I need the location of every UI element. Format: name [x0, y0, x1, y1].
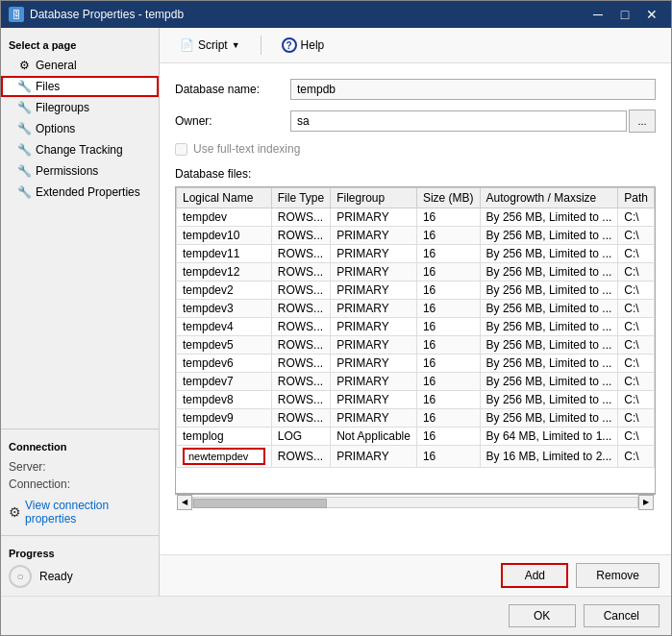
permissions-icon: 🔧: [16, 163, 32, 179]
titlebar-buttons: ─ □ ✕: [586, 6, 663, 23]
scroll-left-button[interactable]: ◀: [177, 495, 192, 510]
close-button[interactable]: ✕: [640, 6, 663, 23]
sidebar-item-change-tracking[interactable]: 🔧 Change Tracking: [1, 139, 159, 160]
full-text-checkbox[interactable]: [175, 143, 187, 156]
table-row[interactable]: tempdev7 ROWS... PRIMARY 16 By 256 MB, L…: [177, 373, 655, 391]
col-logical-name: Logical Name: [177, 188, 272, 208]
horizontal-scrollbar[interactable]: [192, 497, 638, 508]
server-label: Server:: [9, 458, 151, 476]
table-row[interactable]: ROWS... PRIMARY 16 By 16 MB, Limited to …: [177, 446, 655, 468]
owner-input[interactable]: [290, 110, 627, 132]
sidebar-item-filegroups[interactable]: 🔧 Filegroups: [1, 97, 159, 118]
cell-file-type: ROWS...: [271, 263, 330, 281]
cell-logical-name: tempdev12: [177, 263, 272, 281]
table-row[interactable]: tempdev3 ROWS... PRIMARY 16 By 256 MB, L…: [177, 300, 655, 318]
col-filegroup: Filegroup: [331, 188, 417, 208]
main-panel: 📄 Script ▼ ? Help Database name: Owner:: [160, 28, 671, 596]
col-autogrowth: Autogrowth / Maxsize: [480, 188, 618, 208]
cell-path: C:\: [618, 208, 655, 227]
sidebar-item-general-label: General: [36, 59, 77, 72]
database-name-input[interactable]: [290, 79, 656, 100]
cell-autogrowth: By 16 MB, Limited to 2...: [480, 446, 618, 468]
progress-status: Ready: [39, 570, 73, 583]
files-icon: 🔧: [16, 79, 32, 94]
cell-autogrowth: By 256 MB, Limited to ...: [480, 300, 618, 318]
table-row[interactable]: tempdev6 ROWS... PRIMARY 16 By 256 MB, L…: [177, 355, 655, 373]
script-button[interactable]: 📄 Script ▼: [171, 35, 249, 56]
sidebar-item-extended-properties-label: Extended Properties: [36, 185, 140, 199]
cell-filegroup: PRIMARY: [331, 446, 417, 468]
sidebar-item-permissions[interactable]: 🔧 Permissions: [1, 160, 159, 182]
sidebar-page-section: Select a page ⚙ General 🔧 Files 🔧 Filegr…: [1, 28, 159, 210]
cell-logical-name: tempdev3: [177, 300, 272, 318]
cell-logical-name[interactable]: [177, 446, 272, 468]
table-row[interactable]: tempdev8 ROWS... PRIMARY 16 By 256 MB, L…: [177, 391, 655, 409]
cell-size: 16: [416, 208, 480, 227]
minimize-button[interactable]: ─: [586, 6, 610, 23]
cell-file-type: ROWS...: [271, 373, 330, 391]
sidebar-item-files-label: Files: [36, 80, 60, 93]
sidebar-item-files[interactable]: 🔧 Files: [1, 76, 159, 97]
db-files-label: Database files:: [175, 167, 656, 181]
table-row[interactable]: tempdev9 ROWS... PRIMARY 16 By 256 MB, L…: [177, 409, 655, 428]
cell-filegroup: PRIMARY: [331, 245, 417, 263]
remove-button[interactable]: Remove: [576, 563, 660, 588]
sidebar-item-filegroups-label: Filegroups: [36, 101, 89, 114]
progress-title: Progress: [9, 544, 151, 565]
table-row[interactable]: templog LOG Not Applicable 16 By 64 MB, …: [177, 428, 655, 446]
content-area: Select a page ⚙ General 🔧 Files 🔧 Filegr…: [1, 28, 671, 596]
table-row[interactable]: tempdev5 ROWS... PRIMARY 16 By 256 MB, L…: [177, 336, 655, 355]
view-connection-properties-link[interactable]: ⚙ View connection properties: [9, 497, 151, 527]
cell-size: 16: [416, 263, 480, 281]
logical-name-input[interactable]: [183, 448, 265, 465]
sidebar-item-permissions-label: Permissions: [36, 164, 98, 178]
owner-browse-button[interactable]: ...: [629, 110, 656, 133]
add-button[interactable]: Add: [501, 563, 568, 588]
titlebar: 🗄 Database Properties - tempdb ─ □ ✕: [1, 1, 671, 28]
filegroups-icon: 🔧: [16, 100, 32, 115]
cell-logical-name: tempdev11: [177, 245, 272, 263]
cell-logical-name: tempdev5: [177, 336, 272, 355]
owner-label: Owner:: [175, 114, 290, 128]
sidebar-item-general[interactable]: ⚙ General: [1, 55, 159, 76]
cell-path: C:\: [618, 409, 655, 428]
help-button[interactable]: ? Help: [273, 34, 334, 57]
cell-logical-name: tempdev6: [177, 355, 272, 373]
cell-filegroup: PRIMARY: [331, 409, 417, 428]
cell-filegroup: Not Applicable: [331, 428, 417, 446]
table-row[interactable]: tempdev ROWS... PRIMARY 16 By 256 MB, Li…: [177, 208, 655, 227]
ok-button[interactable]: OK: [509, 604, 576, 627]
toolbar-separator: [261, 36, 261, 55]
table-row[interactable]: tempdev2 ROWS... PRIMARY 16 By 256 MB, L…: [177, 281, 655, 300]
cell-path: C:\: [618, 355, 655, 373]
cell-autogrowth: By 64 MB, Limited to 1...: [480, 428, 618, 446]
maximize-button[interactable]: □: [613, 6, 636, 23]
cell-file-type: ROWS...: [271, 391, 330, 409]
cell-autogrowth: By 256 MB, Limited to ...: [480, 318, 618, 336]
table-row[interactable]: tempdev10 ROWS... PRIMARY 16 By 256 MB, …: [177, 227, 655, 245]
database-name-label: Database name:: [175, 83, 290, 96]
cell-filegroup: PRIMARY: [331, 391, 417, 409]
table-row[interactable]: tempdev12 ROWS... PRIMARY 16 By 256 MB, …: [177, 263, 655, 281]
database-name-row: Database name:: [175, 79, 656, 100]
cell-logical-name: tempdev9: [177, 409, 272, 428]
cell-autogrowth: By 256 MB, Limited to ...: [480, 208, 618, 227]
help-icon: ?: [282, 37, 297, 53]
cell-path: C:\: [618, 446, 655, 468]
sidebar-item-extended-properties[interactable]: 🔧 Extended Properties: [1, 182, 159, 203]
cell-autogrowth: By 256 MB, Limited to ...: [480, 355, 618, 373]
scroll-right-button[interactable]: ▶: [638, 495, 654, 510]
connection-title: Connection: [9, 437, 151, 458]
cell-size: 16: [416, 391, 480, 409]
cell-filegroup: PRIMARY: [331, 227, 417, 245]
cell-path: C:\: [618, 336, 655, 355]
table-row[interactable]: tempdev11 ROWS... PRIMARY 16 By 256 MB, …: [177, 245, 655, 263]
cancel-button[interactable]: Cancel: [584, 604, 660, 627]
col-size: Size (MB): [416, 188, 480, 208]
cell-file-type: ROWS...: [271, 245, 330, 263]
general-icon: ⚙: [16, 58, 32, 73]
cell-autogrowth: By 256 MB, Limited to ...: [480, 281, 618, 300]
sidebar-item-options[interactable]: 🔧 Options: [1, 118, 159, 139]
cell-file-type: LOG: [271, 428, 330, 446]
table-row[interactable]: tempdev4 ROWS... PRIMARY 16 By 256 MB, L…: [177, 318, 655, 336]
